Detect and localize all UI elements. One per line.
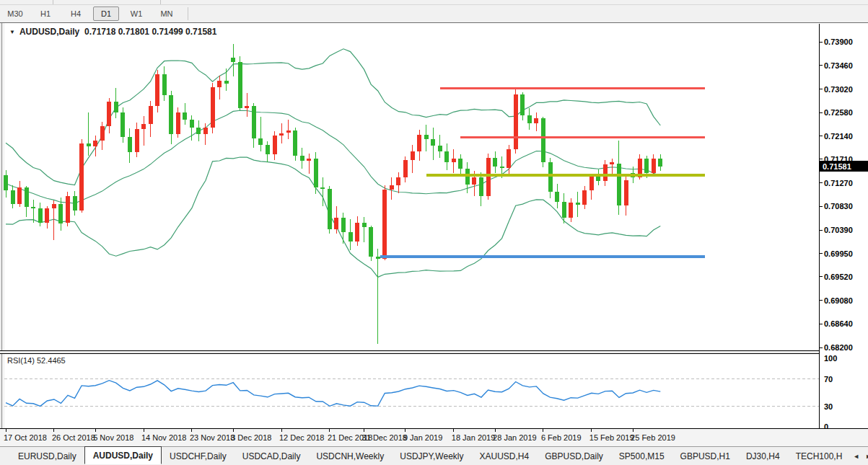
candle-body xyxy=(576,203,580,205)
candle-body xyxy=(658,159,662,166)
candle-body xyxy=(527,115,532,123)
candle-body xyxy=(279,133,284,136)
date-axis-label: 9 Jan 2019 xyxy=(403,433,442,442)
tab-usdchf-daily[interactable]: USDCHF,Daily xyxy=(162,447,234,465)
candle-body xyxy=(107,102,111,126)
candle-body xyxy=(66,196,70,223)
timeframe-button-D1[interactable]: D1 xyxy=(93,6,119,21)
price-chart-svg[interactable]: 0.739000.734600.730200.725800.721400.717… xyxy=(0,0,868,446)
candle-body xyxy=(231,58,235,61)
candle-body xyxy=(417,135,421,151)
timeframe-button-M30[interactable]: M30 xyxy=(2,6,28,21)
tab-xauusd-h4[interactable]: XAUUSD,H4 xyxy=(471,447,537,465)
candle-body xyxy=(266,145,270,154)
toolbar-grip xyxy=(53,0,53,4)
rsi-indicator-label: RSI(14) 52.4465 xyxy=(7,356,66,365)
date-axis-label: 31 Dec 2018 xyxy=(362,433,407,442)
price-axis-label: 0.69080 xyxy=(824,296,853,305)
timeframe-button-H4[interactable]: H4 xyxy=(63,6,89,21)
tab-usdcnh-weekly[interactable]: USDCNH,Weekly xyxy=(308,447,392,465)
tab-eurusd-daily[interactable]: EURUSD,Daily xyxy=(10,447,84,465)
timeframe-button-W1[interactable]: W1 xyxy=(123,6,149,21)
candle-body xyxy=(411,151,415,160)
price-axis-label: 0.70390 xyxy=(824,226,853,234)
candle-body xyxy=(211,87,215,128)
candle-body xyxy=(624,180,628,205)
candle-body xyxy=(169,95,173,134)
timeframe-button-H1[interactable]: H1 xyxy=(32,6,58,21)
candle-body xyxy=(25,187,29,207)
tab-scroll-right-icon[interactable]: ► xyxy=(862,451,868,461)
tab-dj30-h4[interactable]: DJ30,H4 xyxy=(738,447,788,465)
candle-body xyxy=(603,164,608,181)
candle-body xyxy=(348,232,353,242)
tab-gbpusd-daily[interactable]: GBPUSD,Daily xyxy=(537,447,611,465)
date-axis-label: 14 Nov 2018 xyxy=(141,433,186,442)
candle-body xyxy=(314,159,318,187)
candle-body xyxy=(403,160,408,177)
rsi-axis-label: 30 xyxy=(824,402,833,411)
candle-body xyxy=(493,158,497,167)
candle-body xyxy=(486,158,491,197)
candle-body xyxy=(617,164,621,205)
price-axis-label: 0.69950 xyxy=(824,249,853,258)
candle-body xyxy=(45,208,49,223)
price-axis-label: 0.73460 xyxy=(824,61,853,70)
panel-divider[interactable] xyxy=(0,351,819,353)
candle-body xyxy=(217,81,222,88)
candle-body xyxy=(479,177,483,197)
candle-body xyxy=(93,141,97,146)
tab-audusd-daily[interactable]: AUDUSD,Daily xyxy=(84,446,162,464)
candle-body xyxy=(224,81,229,84)
candle-body xyxy=(11,190,15,204)
price-axis-label: 0.72140 xyxy=(824,132,853,141)
current-price-tag-label: 0.71581 xyxy=(823,162,851,171)
candle-body xyxy=(73,196,77,211)
candle-body xyxy=(141,124,146,129)
price-axis-label: 0.68640 xyxy=(824,319,853,328)
candle-body xyxy=(465,169,470,185)
upper-toolbar-strip xyxy=(0,0,868,5)
rsi-axis-label: 70 xyxy=(824,375,833,384)
price-axis-label: 0.68200 xyxy=(824,343,853,352)
candle-body xyxy=(320,187,325,189)
candle-body xyxy=(286,130,291,133)
candle-body xyxy=(541,118,545,163)
chart-window-bg xyxy=(0,22,868,446)
candle-body xyxy=(190,120,194,128)
tab-usdjpy-weekly[interactable]: USDJPY,Weekly xyxy=(392,447,471,465)
candle-body xyxy=(176,112,180,134)
candle-body xyxy=(135,129,139,152)
candle-body xyxy=(396,177,400,186)
candle-body xyxy=(376,257,380,259)
price-axis-label: 0.70830 xyxy=(824,202,853,211)
tab-tech100-h[interactable]: TECH100,H xyxy=(788,447,851,465)
rsi-name: RSI(14) xyxy=(7,356,35,365)
candle-body xyxy=(4,175,8,190)
price-axis-label: 0.72580 xyxy=(824,108,853,117)
candle-body xyxy=(507,149,511,168)
date-axis-label: 28 Jan 2019 xyxy=(493,433,537,442)
date-axis-label: 15 Feb 2019 xyxy=(589,433,634,442)
candle-body xyxy=(293,130,297,156)
candle-body xyxy=(444,151,449,163)
candle-body xyxy=(183,112,187,120)
candle-body xyxy=(258,138,263,145)
candle-body xyxy=(334,218,338,229)
candle-body xyxy=(238,62,242,109)
chart-symbol-label: AUDUSD,Daily xyxy=(19,27,79,37)
candle-body xyxy=(424,135,429,139)
candle-body xyxy=(610,162,614,164)
candle-body xyxy=(307,159,311,161)
candle-body xyxy=(589,176,594,190)
tab-gbpusd-h1[interactable]: GBPUSD,H1 xyxy=(672,447,738,465)
timeframe-button-MN[interactable]: MN xyxy=(154,6,180,21)
candle-body xyxy=(534,118,538,123)
symbol-dropdown-icon[interactable]: ▼ xyxy=(9,29,15,35)
tab-usdcad-daily[interactable]: USDCAD,Daily xyxy=(234,447,309,465)
candle-body xyxy=(452,159,456,162)
candle-body xyxy=(58,204,63,223)
tab-sp500-m15[interactable]: SP500,M15 xyxy=(611,447,672,465)
chart-ohlc-quote: 0.71718 0.71801 0.71499 0.71581 xyxy=(84,27,217,37)
tab-scroll-left-icon[interactable]: ◄ xyxy=(850,451,862,461)
